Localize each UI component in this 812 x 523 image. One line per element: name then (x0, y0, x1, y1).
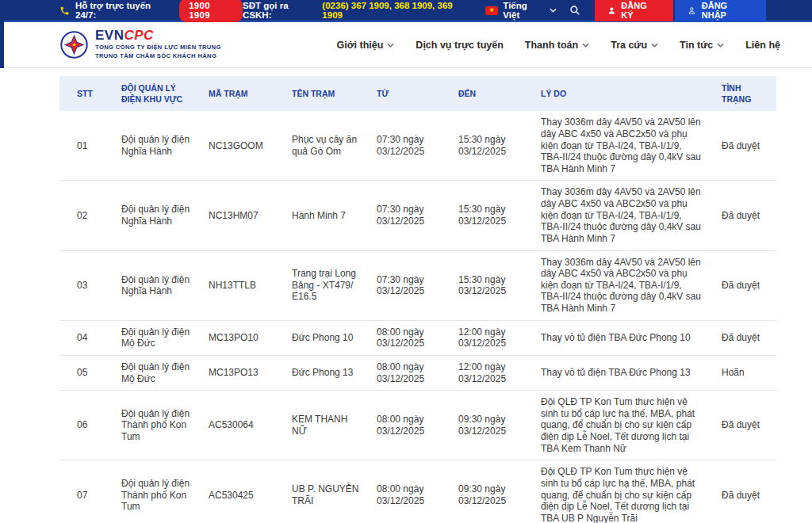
cell-station-code: NC13HM07 (201, 181, 284, 250)
cskh-numbers: (0236) 367 1909, 368 1909, 369 1909 (322, 1, 472, 20)
search-icon[interactable] (569, 5, 580, 16)
cell-team: Đội quản lý điện Nghĩa Hành (113, 111, 201, 181)
table-row[interactable]: 03 Đội quản lý điện Nghĩa Hành NH13TTLB … (59, 250, 776, 320)
nav-item-label: Tin tức (680, 40, 713, 51)
column-header-from: TỪ (369, 76, 450, 111)
login-label: ĐĂNG NHẬP (702, 1, 753, 20)
cell-station-code: MC13PO13 (201, 355, 284, 390)
logo-text: EVNCPC TỔNG CÔNG TY ĐIỆN LỰC MIỀN TRUNG … (95, 29, 221, 61)
outage-table-body: 01 Đội quản lý điện Nghĩa Hành NC13GOOM … (59, 111, 776, 523)
cell-stt: 01 (59, 111, 113, 181)
cell-reason: Thay 3036m dây 4AV50 và 2AV50 lên dây AB… (533, 181, 714, 250)
cell-to-time: 15:30 ngày 03/12/2025 (450, 111, 533, 181)
brand-name: EVNCPC (95, 29, 221, 43)
evncpc-logo[interactable]: EVNCPC TỔNG CÔNG TY ĐIỆN LỰC MIỀN TRUNG … (59, 29, 221, 61)
table-head: STTĐỘI QUẢN LÝ ĐIỆN KHU VỰCMÃ TRẠMTÊN TR… (59, 76, 776, 111)
cell-team: Đội quản lý điện Mộ Đức (113, 320, 201, 355)
main-content: STTĐỘI QUẢN LÝ ĐIỆN KHU VỰCMÃ TRẠMTÊN TR… (0, 68, 812, 523)
cell-team: Đội quản lý điện Nghĩa Hành (113, 250, 201, 320)
cell-station-code: MC13PO10 (201, 320, 284, 355)
person-icon (607, 6, 616, 15)
cell-stt: 07 (59, 460, 113, 523)
table-row[interactable]: 04 Đội quản lý điện Mộ Đức MC13PO10 Đức … (59, 320, 776, 355)
login-button[interactable]: ĐĂNG NHẬP (675, 0, 766, 21)
cell-station-code: NC13GOOM (201, 111, 284, 181)
cell-team: Đội quản lý điện Thành phố Kon Tum (113, 460, 201, 523)
cell-station-name: Trang trại Long Bảng - XT479/ E16.5 (284, 250, 369, 320)
table-row[interactable]: 02 Đội quản lý điện Nghĩa Hành NC13HM07 … (59, 181, 776, 250)
table-row[interactable]: 01 Đội quản lý điện Nghĩa Hành NC13GOOM … (59, 111, 776, 181)
language-selector[interactable]: ★ Tiếng Việt (485, 1, 557, 20)
cell-from-time: 08:00 ngày 03/12/2025 (369, 355, 450, 390)
cell-status: Đã duyệt (714, 460, 776, 523)
table-header-row: STTĐỘI QUẢN LÝ ĐIỆN KHU VỰCMÃ TRẠMTÊN TR… (59, 76, 776, 111)
nav-item[interactable]: Liên hệ (745, 40, 780, 51)
cell-team: Đội quản lý điện Nghĩa Hành (113, 181, 201, 250)
cell-station-code: AC530425 (201, 460, 284, 523)
table-row[interactable]: 07 Đội quản lý điện Thành phố Kon Tum AC… (59, 460, 776, 523)
cell-reason: Đội QLĐ TP Kon Tum thực hiện vệ sinh tu … (533, 391, 714, 460)
table-row[interactable]: 06 Đội quản lý điện Thành phố Kon Tum AC… (59, 391, 776, 460)
chevron-down-icon (550, 8, 557, 13)
cell-status: Đã duyệt (714, 391, 776, 460)
column-header-stt: STT (59, 76, 113, 111)
cell-stt: 06 (59, 391, 113, 460)
register-button[interactable]: ĐĂNG KÝ (595, 0, 673, 21)
main-nav: Giới thiệu Dịch vụ trực tuyến Thanh toán… (336, 40, 780, 51)
column-header-team: ĐỘI QUẢN LÝ ĐIỆN KHU VỰC (113, 76, 201, 111)
cell-reason: Thay vỏ tủ điện TBA Đức Phong 10 (533, 320, 714, 355)
cell-stt: 02 (59, 181, 113, 250)
cell-team: Đội quản lý điện Thành phố Kon Tum (113, 391, 201, 460)
nav-item[interactable]: Dịch vụ trực tuyến (416, 40, 503, 51)
site-header: EVNCPC TỔNG CÔNG TY ĐIỆN LỰC MIỀN TRUNG … (0, 22, 812, 68)
nav-item-label: Giới thiệu (336, 40, 383, 51)
cell-station-name: Đức Phong 10 (284, 320, 369, 355)
cell-to-time: 09:30 ngày 03/12/2025 (450, 391, 533, 460)
cell-stt: 03 (59, 250, 113, 320)
nav-item-label: Dịch vụ trực tuyến (416, 40, 503, 51)
table-row[interactable]: 05 Đội quản lý điện Mộ Đức MC13PO13 Đức … (59, 355, 776, 390)
cell-to-time: 15:30 ngày 03/12/2025 (450, 250, 533, 320)
hotline-badge[interactable]: 1900 1909 (179, 0, 243, 22)
chevron-down-icon (717, 43, 724, 48)
phone-icon (59, 6, 70, 16)
cell-status: Đã duyệt (714, 250, 776, 320)
column-header-to: ĐẾN (450, 76, 533, 111)
cell-to-time: 12:00 ngày 03/12/2025 (450, 320, 533, 355)
cell-status: Đã duyệt (714, 181, 776, 250)
left-edge-strip (0, 0, 4, 68)
cell-to-time: 09:30 ngày 03/12/2025 (450, 460, 533, 523)
nav-item[interactable]: Giới thiệu (336, 40, 394, 51)
nav-item-label: Thanh toán (525, 40, 578, 51)
company-line-1: TỔNG CÔNG TY ĐIỆN LỰC MIỀN TRUNG (95, 43, 221, 52)
cell-station-name: KEM THANH NỮ (284, 391, 369, 460)
column-header-status: TÌNH TRẠNG (714, 76, 776, 111)
company-line-2: TRUNG TÂM CHĂM SÓC KHÁCH HÀNG (95, 52, 221, 60)
nav-item[interactable]: Thanh toán (525, 40, 589, 51)
language-label: Tiếng Việt (503, 1, 545, 20)
cell-stt: 04 (59, 320, 113, 355)
chevron-down-icon (582, 43, 589, 48)
cell-stt: 05 (59, 355, 113, 390)
cell-from-time: 08:00 ngày 03/12/2025 (369, 391, 450, 460)
top-bar: Hỗ trợ trực tuyến 24/7: 1900 1909 SĐT gọ… (0, 0, 812, 22)
brand-cpc: CPC (124, 28, 153, 43)
cell-reason: Thay 3036m dây 4AV50 và 2AV50 lên dây AB… (533, 111, 714, 181)
nav-item[interactable]: Tra cứu (611, 40, 658, 51)
cell-status: Đã duyệt (714, 320, 776, 355)
column-header-station: TÊN TRẠM (284, 76, 369, 111)
cell-from-time: 07:30 ngày 03/12/2025 (369, 250, 450, 320)
cell-team: Đội quản lý điện Mộ Đức (113, 355, 201, 390)
cell-to-time: 12:00 ngày 03/12/2025 (450, 355, 533, 390)
cell-to-time: 15:30 ngày 03/12/2025 (450, 181, 533, 250)
cell-station-name: Hành Minh 7 (284, 181, 369, 250)
cell-from-time: 07:30 ngày 03/12/2025 (369, 111, 450, 181)
outage-schedule-table: STTĐỘI QUẢN LÝ ĐIỆN KHU VỰCMÃ TRẠMTÊN TR… (59, 76, 776, 523)
vietnam-flag-icon: ★ (485, 6, 499, 15)
column-header-code: MÃ TRẠM (201, 76, 284, 111)
cell-station-code: AC530064 (201, 391, 284, 460)
brand-evn: EVN (95, 28, 124, 43)
chevron-down-icon (387, 43, 394, 48)
nav-item-label: Tra cứu (611, 40, 647, 51)
nav-item[interactable]: Tin tức (680, 40, 724, 51)
